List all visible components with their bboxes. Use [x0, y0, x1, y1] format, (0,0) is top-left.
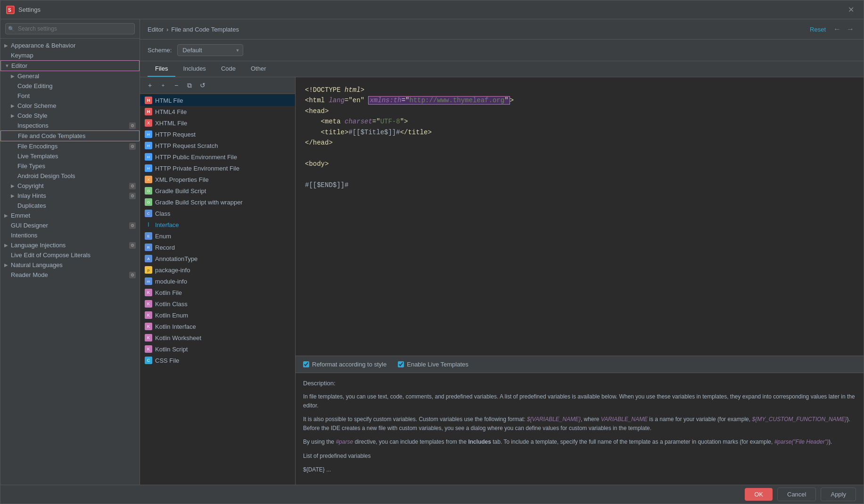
sidebar-item-intentions[interactable]: Intentions — [0, 230, 140, 240]
back-button[interactable]: ← — [831, 24, 843, 34]
sidebar-item-duplicates[interactable]: Duplicates — [0, 201, 140, 211]
file-item-kotlin-enum[interactable]: K Kotlin Enum — [140, 309, 295, 321]
file-item-label: Record — [155, 244, 175, 251]
reformat-checkbox-label[interactable]: Reformat according to style — [303, 361, 387, 368]
tab-code[interactable]: Code — [214, 61, 243, 77]
ok-button[interactable]: OK — [745, 488, 773, 501]
file-item-http-public[interactable]: H HTTP Public Environment File — [140, 151, 295, 163]
file-item-interface[interactable]: I Interface — [140, 219, 295, 230]
settings-window: S Settings ✕ ▶ Appearance & Behavior — [0, 0, 864, 504]
sidebar-item-android-design[interactable]: Android Design Tools — [0, 171, 140, 181]
file-item-http-private[interactable]: H HTTP Private Environment File — [140, 163, 295, 174]
kotlin-script-icon: K — [145, 345, 152, 353]
file-item-gradle-wrapper[interactable]: G Gradle Build Script with wrapper — [140, 196, 295, 208]
sidebar-item-live-edit[interactable]: Live Edit of Compose Literals — [0, 250, 140, 260]
sidebar-item-natural-languages[interactable]: ▶ Natural Languages — [0, 260, 140, 270]
sidebar-item-font[interactable]: Font — [0, 91, 140, 101]
code-line-body-open: <body> — [305, 159, 854, 169]
title-bar: S Settings ✕ — [0, 0, 864, 19]
editor-options: Reformat according to style Enable Live … — [296, 356, 864, 373]
scheme-label: Scheme: — [148, 47, 172, 54]
sidebar-item-copyright[interactable]: ▶ Copyright ⚙ — [0, 181, 140, 191]
lang-badge: ⚙ — [129, 242, 136, 249]
file-item-class[interactable]: C Class — [140, 208, 295, 219]
http-scratch-icon: H — [145, 142, 152, 149]
sidebar-item-code-editing[interactable]: Code Editing — [0, 81, 140, 91]
code-editor[interactable]: <!DOCTYPE html> <html lang="en" xmlns:th… — [296, 77, 864, 356]
sidebar-item-inlay-hints[interactable]: ▶ Inlay Hints ⚙ — [0, 191, 140, 201]
code-line-meta: <meta charset="UTF-8"> — [305, 116, 854, 127]
add-group-button[interactable]: + — [158, 80, 168, 90]
tab-other[interactable]: Other — [243, 61, 274, 77]
file-item-module-info[interactable]: m module-info — [140, 276, 295, 287]
tab-includes[interactable]: Includes — [175, 61, 213, 77]
forward-button[interactable]: → — [845, 24, 856, 34]
search-input[interactable] — [5, 23, 135, 34]
file-item-gradle-build[interactable]: G Gradle Build Script — [140, 185, 295, 196]
scheme-select[interactable]: Default Project — [177, 44, 243, 56]
file-item-css-file[interactable]: C CSS File — [140, 355, 295, 366]
sidebar-item-gui-designer[interactable]: GUI Designer ⚙ — [0, 220, 140, 230]
file-item-kotlin-interface[interactable]: K Kotlin Interface — [140, 321, 295, 332]
sidebar-item-label: Keymap — [11, 52, 136, 59]
sidebar-item-live-templates[interactable]: Live Templates — [0, 151, 140, 161]
sidebar-item-language-injections[interactable]: ▶ Language Injections ⚙ — [0, 240, 140, 250]
code-line-html: <html lang="en" xmlns:th="http://www.thy… — [305, 95, 854, 106]
xml-icon: X — [145, 176, 152, 183]
apply-button[interactable]: Apply — [821, 488, 856, 501]
sidebar-item-code-style[interactable]: ▶ Code Style — [0, 111, 140, 121]
sidebar-item-emmet[interactable]: ▶ Emmet — [0, 211, 140, 220]
file-item-xml-properties[interactable]: X XML Properties File — [140, 174, 295, 185]
file-item-label: HTTP Public Environment File — [155, 154, 237, 161]
file-item-label: Gradle Build Script — [155, 187, 206, 195]
sidebar-item-color-scheme[interactable]: ▶ Color Scheme — [0, 101, 140, 111]
add-template-button[interactable]: + — [145, 80, 155, 90]
expand-arrow: ▶ — [11, 73, 17, 79]
sidebar-item-keymap[interactable]: Keymap — [0, 50, 140, 60]
file-item-kotlin-script[interactable]: K Kotlin Script — [140, 343, 295, 355]
code-line-head-open: <head> — [305, 106, 854, 116]
file-item-http-scratch[interactable]: H HTTP Request Scratch — [140, 140, 295, 151]
bottom-bar: OK Cancel Apply — [0, 485, 864, 504]
file-item-kotlin-class[interactable]: K Kotlin Class — [140, 298, 295, 309]
sidebar-item-reader-mode[interactable]: Reader Mode ⚙ — [0, 270, 140, 280]
split-pane: + + − ⧉ ↺ H HTML File H HTML4 File — [140, 77, 864, 485]
copy-template-button[interactable]: ⧉ — [184, 80, 195, 90]
file-item-record[interactable]: R Record — [140, 242, 295, 253]
cancel-button[interactable]: Cancel — [777, 488, 816, 501]
sidebar-item-label: Natural Languages — [11, 261, 136, 268]
sidebar-item-label: Font — [17, 92, 136, 99]
sidebar-item-file-code-templates[interactable]: File and Code Templates — [0, 130, 140, 141]
sidebar-item-appearance[interactable]: ▶ Appearance & Behavior — [0, 41, 140, 50]
file-item-label: AnnotationType — [155, 255, 197, 262]
reset-template-button[interactable]: ↺ — [197, 80, 208, 90]
reset-button[interactable]: Reset — [810, 26, 826, 33]
sidebar-item-file-encodings[interactable]: File Encodings ⚙ — [0, 141, 140, 151]
inlay-badge: ⚙ — [129, 193, 136, 199]
file-item-package-info[interactable]: p package-info — [140, 264, 295, 276]
file-item-xhtml-file[interactable]: X XHTML File — [140, 117, 295, 129]
reformat-checkbox[interactable] — [303, 361, 309, 367]
close-button[interactable]: ✕ — [844, 3, 858, 16]
tab-files[interactable]: Files — [148, 61, 175, 77]
file-item-annotation-type[interactable]: A AnnotationType — [140, 253, 295, 264]
live-templates-checkbox-label[interactable]: Enable Live Templates — [398, 361, 469, 368]
sidebar-item-general[interactable]: ▶ General — [0, 71, 140, 81]
sidebar-item-inspections[interactable]: Inspections ⚙ — [0, 121, 140, 130]
sidebar-item-editor[interactable]: ▼ Editor — [0, 60, 140, 71]
sidebar-item-label: Inlay Hints — [17, 192, 127, 199]
sidebar-item-label: Code Editing — [17, 82, 136, 89]
live-templates-checkbox[interactable] — [398, 361, 404, 367]
sidebar-item-file-types[interactable]: File Types — [0, 161, 140, 171]
file-item-label: Interface — [155, 221, 179, 228]
sidebar-item-label: Editor — [11, 62, 135, 69]
file-item-kotlin-worksheet[interactable]: K Kotlin Worksheet — [140, 332, 295, 343]
class-icon: C — [145, 210, 152, 217]
file-item-html4-file[interactable]: H HTML4 File — [140, 106, 295, 117]
file-item-http-request[interactable]: H HTTP Request — [140, 129, 295, 140]
file-item-html-file[interactable]: H HTML File — [140, 95, 295, 106]
remove-template-button[interactable]: − — [171, 80, 181, 90]
code-line-head-close: </head> — [305, 138, 854, 148]
file-item-kotlin-file[interactable]: K Kotlin File — [140, 287, 295, 298]
file-item-enum[interactable]: E Enum — [140, 230, 295, 242]
